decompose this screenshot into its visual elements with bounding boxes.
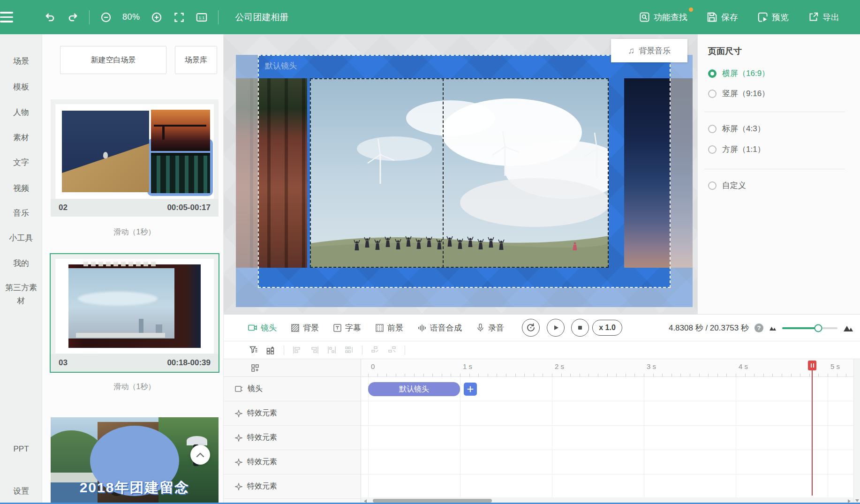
page-size-option-portrait[interactable]: 竖屏（9:16） (708, 88, 769, 99)
photo-selection-border[interactable] (310, 78, 609, 268)
timeline-tools-bar (224, 341, 860, 359)
track-header-effect[interactable]: 特效元素 (224, 474, 361, 499)
track-row-effect[interactable] (361, 450, 853, 474)
page-size-option-standard[interactable]: 标屏（4:3） (708, 123, 765, 134)
preview-button[interactable]: 预览 (758, 12, 789, 23)
tab-record[interactable]: 录音 (476, 323, 504, 333)
radio-icon (708, 181, 717, 190)
page-size-option-custom[interactable]: 自定义 (708, 180, 746, 191)
scene-card-03-selected[interactable]: 03 00:18-00:39 (51, 254, 219, 372)
ruler-label: 4 s (739, 362, 748, 370)
layer-manager-icon[interactable] (266, 346, 275, 354)
page-outside-area (671, 55, 697, 288)
fit-screen-icon[interactable] (173, 11, 185, 23)
align-right-icon[interactable] (310, 346, 319, 354)
tab-background[interactable]: 背景 (291, 323, 319, 333)
redo-icon[interactable] (67, 11, 79, 23)
track-header-shot[interactable]: 镜头 (224, 377, 361, 401)
actual-size-icon[interactable]: 1:1 (196, 11, 208, 23)
track-row-effect[interactable] (361, 474, 853, 499)
scroll-up-button[interactable] (190, 445, 210, 465)
frame-icon (235, 385, 243, 392)
background-music-button[interactable]: ♫ 背景音乐 (611, 39, 687, 62)
scene-number: 03 (59, 358, 68, 368)
tab-foreground[interactable]: 前景 (376, 323, 403, 333)
shot-clip[interactable]: 默认镜头 (368, 382, 460, 396)
ruler-label: 0 (371, 362, 375, 370)
track-header-column: 镜头 特效元素 特效元素 特效元素 特效元素 (224, 359, 361, 504)
transition-label[interactable]: 滑动（1秒） (51, 227, 219, 237)
track-header-effect[interactable]: 特效元素 (224, 450, 361, 474)
sidebar-item-template[interactable]: 模板 (0, 81, 42, 93)
radio-icon (708, 90, 717, 98)
timeline-zoom-slider[interactable] (782, 327, 837, 329)
menu-icon[interactable] (0, 8, 20, 27)
scene-panel: 新建空白场景 场景库 02 00:05-00:17 滑动（1秒） 03 0 (42, 34, 224, 504)
scene-library-button[interactable]: 场景库 (175, 46, 217, 74)
sidebar-item-video[interactable]: 视频 (0, 182, 42, 195)
sidebar-item-ppt[interactable]: PPT (0, 443, 42, 455)
new-blank-scene-button[interactable]: 新建空白场景 (60, 46, 166, 74)
undo-icon[interactable] (44, 11, 56, 23)
add-track-icon[interactable] (251, 364, 259, 372)
timeline-zoom-in-icon[interactable] (843, 324, 853, 332)
tab-shot[interactable]: 镜头 (248, 323, 277, 333)
distribute-v-icon[interactable] (345, 346, 354, 354)
tab-voice-synthesis[interactable]: 语音合成 (418, 323, 462, 333)
sidebar-item-mine[interactable]: 我的 (0, 257, 42, 270)
page-outside-area (224, 55, 258, 288)
sidebar-item-scene[interactable]: 场景 (0, 55, 42, 68)
track-row-shot[interactable]: 默认镜头 (361, 377, 853, 401)
play-button[interactable] (547, 319, 565, 337)
project-title[interactable]: 公司团建相册 (235, 11, 289, 23)
sidebar-item-music[interactable]: 音乐 (0, 207, 42, 219)
sidebar-item-character[interactable]: 人物 (0, 106, 42, 119)
timeline-panel: 镜头 背景 字幕 前景 语音合成 (224, 314, 860, 504)
restart-button[interactable] (522, 319, 540, 337)
help-icon[interactable]: ? (754, 323, 763, 332)
filter-icon[interactable] (249, 346, 258, 354)
distribute-h-icon[interactable] (327, 346, 336, 354)
scroll-down-icon[interactable] (855, 499, 859, 502)
canvas-stage[interactable]: 默认镜头 ♫ 背景音乐 (224, 34, 697, 314)
scene-time-range: 00:05-00:17 (167, 203, 211, 212)
align-left-icon[interactable] (293, 346, 302, 354)
playback-speed-button[interactable]: x 1.0 (592, 320, 622, 336)
sidebar-item-thirdparty[interactable]: 第三方素材 (5, 281, 38, 308)
track-row-effect[interactable] (361, 426, 853, 450)
tab-subtitle[interactable]: 字幕 (333, 323, 361, 333)
track-header-effect[interactable]: 特效元素 (224, 401, 361, 426)
scene-04-caption: 2018年团建留念 (51, 478, 219, 497)
stop-button[interactable] (571, 319, 589, 337)
zoom-level[interactable]: 80% (122, 12, 140, 22)
sidebar-item-text[interactable]: 文字 (0, 157, 42, 169)
vertical-scrollbar[interactable] (853, 359, 860, 504)
zoom-out-icon[interactable] (100, 11, 112, 23)
export-button[interactable]: 导出 (808, 12, 839, 23)
hscroll-thumb[interactable] (373, 499, 492, 503)
transition-label[interactable]: 滑动（1秒） (51, 382, 219, 392)
save-button[interactable]: 保存 (707, 12, 738, 23)
sidebar-item-material[interactable]: 素材 (0, 132, 42, 144)
radio-icon (708, 145, 717, 154)
page-size-option-square[interactable]: 方屏（1:1） (708, 144, 765, 155)
svg-text:1:1: 1:1 (198, 15, 204, 20)
move-layer-up-icon[interactable] (371, 346, 379, 354)
sparkle-icon (235, 410, 242, 417)
playhead-handle[interactable] (808, 361, 816, 370)
timeline-zoom-out-icon[interactable] (769, 325, 777, 331)
track-header-effect[interactable]: 特效元素 (224, 426, 361, 450)
sidebar-item-settings[interactable]: 设置 (0, 485, 42, 497)
feature-search-button[interactable]: 功能查找 (640, 12, 687, 23)
page-size-option-landscape[interactable]: 横屏（16:9） (708, 68, 769, 79)
toolbar-divider (218, 10, 219, 24)
move-layer-down-icon[interactable] (388, 346, 396, 354)
add-shot-button[interactable] (464, 383, 477, 396)
slider-thumb[interactable] (814, 324, 822, 332)
time-ruler[interactable]: 0 1 s 2 s 3 s 4 s 5 s (361, 359, 853, 377)
camera-icon (248, 324, 257, 331)
scene-card-02[interactable]: 02 00:05-00:17 (51, 99, 219, 217)
zoom-in-icon[interactable] (151, 11, 163, 23)
sidebar-item-tools[interactable]: 小工具 (0, 232, 42, 244)
track-row-effect[interactable] (361, 401, 853, 426)
